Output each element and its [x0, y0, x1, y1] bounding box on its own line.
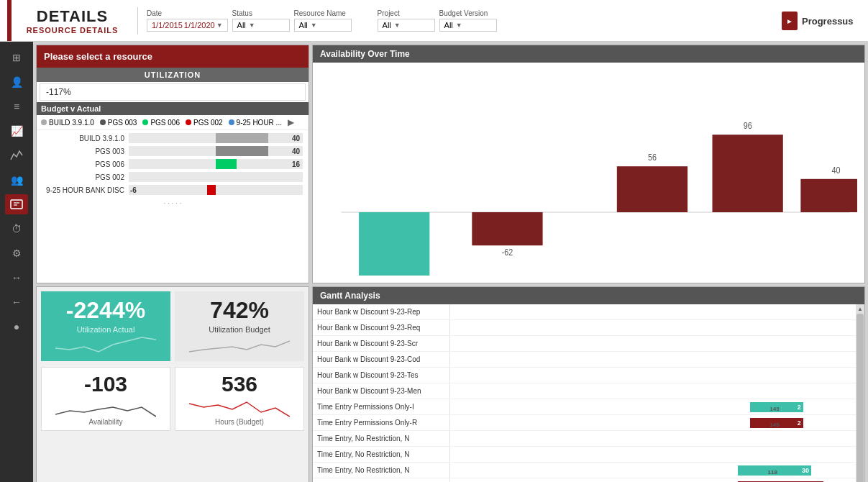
- bar-label-pgs003: PGS 003: [42, 147, 129, 155]
- status-dropdown[interactable]: All ▼: [232, 19, 290, 32]
- bar-row-pgs003: PGS 003 40: [42, 146, 303, 156]
- budget-dropdown[interactable]: All ▼: [439, 19, 497, 32]
- left-panel: Please select a resource UTILIZATION -11…: [36, 45, 309, 283]
- gantt-label-1: Hour Bank w Discount 9-23-Req: [313, 324, 449, 332]
- project-value: All: [383, 21, 391, 29]
- utilization-budget-value: 742%: [210, 297, 269, 324]
- utilization-actual-card: -2244% Utilization Actual: [41, 291, 170, 361]
- sidebar-icon-circle[interactable]: ●: [5, 317, 28, 337]
- availability-metric: -103 Availability: [41, 367, 170, 431]
- bar-row-925: 9-25 HOUR BANK DISC -6: [42, 185, 303, 195]
- legend-pgs002: PGS 002: [186, 119, 223, 127]
- gantt-panel: Gantt Analysis Hour Bank w Discount 9-23…: [312, 286, 865, 482]
- date-to: 1/1/2020: [184, 21, 215, 29]
- sidebar-icon-grid[interactable]: ⊞: [5, 47, 28, 68]
- sidebar-icon-layers[interactable]: ≡: [5, 96, 28, 117]
- date-range-picker[interactable]: 1/1/2015 1/1/2020 ▼: [147, 19, 228, 32]
- sidebar-icon-graph[interactable]: [5, 145, 28, 165]
- gantt-content: Hour Bank w Discount 9-23-Rep Hour Bank …: [313, 304, 864, 482]
- sidebar-icon-back[interactable]: ←: [5, 292, 28, 312]
- sidebar-icon-resource-details[interactable]: [5, 194, 28, 214]
- svg-text:►: ►: [786, 17, 793, 25]
- hours-budget-label: Hours (Budget): [215, 418, 264, 426]
- hours-budget-value: 536: [221, 372, 257, 396]
- utilization-budget-label: Utilization Budget: [209, 325, 270, 334]
- legend-dot-build: [41, 119, 47, 125]
- gantt-scrollbar[interactable]: ▲ ▼: [856, 304, 864, 482]
- legend-row: BUILD 3.9.1.0 PGS 003 PGS 006 PGS 002: [37, 115, 309, 130]
- gantt-label-4: Hour Bank w Discount 9-23-Tes: [313, 371, 449, 379]
- sidebar-icon-arrows[interactable]: ↔: [5, 268, 28, 288]
- project-arrow: ▼: [394, 22, 401, 29]
- hours-budget-sparkline: [189, 396, 290, 418]
- bar-val-925: -6: [130, 186, 137, 194]
- budget-actual-label: Budget v Actual: [37, 102, 309, 115]
- project-dropdown[interactable]: All ▼: [378, 19, 435, 32]
- gantt-label-0: Hour Bank w Discount 9-23-Rep: [313, 308, 449, 316]
- project-label: Project: [378, 9, 400, 17]
- status-value: All: [237, 21, 246, 29]
- bar-row-build: BUILD 3.9.1.0 40: [42, 133, 303, 143]
- hours-budget-metric: 536 Hours (Budget): [175, 367, 304, 431]
- legend-dot-pgs002: [186, 119, 191, 125]
- gantt-track-1: [449, 320, 856, 335]
- sidebar-icon-clock[interactable]: ⏱: [5, 219, 28, 239]
- metrics-bottom: -103 Availability 536 Hours (Budget): [41, 367, 304, 431]
- avail-bar-may: [713, 135, 783, 212]
- top-bar: DETAILS RESOURCE DETAILS Date 1/1/2015 1…: [0, 0, 868, 42]
- gantt-bar-10-label: 118: [736, 469, 809, 476]
- gantt-track-5: [449, 383, 856, 399]
- gantt-row-9: Time Entry, No Restriction, N: [313, 447, 856, 463]
- gantt-track-8: [449, 431, 856, 446]
- utilization-actual-value: -2244%: [66, 297, 145, 324]
- gantt-bar-6-teal: 2 149: [750, 402, 803, 412]
- sidebar-icon-gear[interactable]: ⚙: [5, 243, 28, 263]
- svg-text:-62: -62: [502, 248, 513, 258]
- sidebar-icon-chart[interactable]: 📈: [5, 121, 28, 141]
- page-title: DETAILS: [37, 7, 108, 26]
- bar-val-build: 40: [292, 135, 300, 142]
- gantt-bar-10-teal: 30 118: [738, 465, 811, 476]
- bar-track-pgs003: 40: [129, 146, 303, 156]
- legend-label-pgs002: PGS 002: [193, 119, 223, 127]
- utilization-actual-label: Utilization Actual: [77, 325, 135, 334]
- gantt-row-0: Hour Bank w Discount 9-23-Rep: [313, 304, 856, 320]
- bar-row-pgs002: PGS 002: [42, 172, 303, 182]
- availability-chart-area: -233 January -62 February 56 April: [313, 63, 864, 283]
- gantt-label-2: Hour Bank w Discount 9-23-Scr: [313, 340, 449, 347]
- gantt-bar-7-red: 2 149: [750, 418, 803, 428]
- gantt-label-3: Hour Bank w Discount 9-23-Cod: [313, 355, 449, 363]
- main-layout: ⊞ 👤 ≡ 📈 👥 ⏱ ⚙ ↔ ← ● Please select a reso…: [0, 42, 868, 482]
- dots-more: · · · · ·: [42, 198, 303, 209]
- gantt-title: Gantt Analysis: [313, 287, 864, 304]
- legend-next-arrow[interactable]: ▶: [288, 117, 294, 127]
- legend-pgs003: PGS 003: [100, 119, 137, 127]
- svg-text:Progressus: Progressus: [802, 16, 854, 27]
- sidebar-icon-person[interactable]: 👤: [5, 72, 28, 92]
- gantt-label-7: Time Entry Permissions Only-R: [313, 419, 449, 427]
- sidebar-icon-people[interactable]: 👥: [5, 170, 28, 190]
- svg-text:56: 56: [648, 153, 657, 163]
- utilization-label: UTILIZATION: [37, 68, 309, 82]
- gantt-label-5: Hour Bank w Discount 9-23-Men: [313, 387, 449, 395]
- gantt-track-9: [449, 447, 856, 462]
- bar-label-pgs002: PGS 002: [42, 173, 129, 181]
- bar-fill-pgs006: [216, 159, 237, 169]
- gantt-label-8: Time Entry, No Restriction, N: [313, 435, 449, 442]
- scroll-thumb[interactable]: [856, 314, 864, 482]
- gantt-track-4: [449, 368, 856, 383]
- availability-value: -103: [84, 372, 127, 396]
- budget-arrow: ▼: [456, 22, 462, 29]
- bar-fill-pgs003: [216, 146, 268, 156]
- date-filter: Date 1/1/2015 1/1/2020 ▼: [147, 9, 228, 32]
- scroll-up-arrow[interactable]: ▲: [857, 306, 863, 312]
- gantt-row-8: Time Entry, No Restriction, N: [313, 431, 856, 447]
- availability-title: Availability Over Time: [313, 45, 864, 63]
- gantt-row-5: Hour Bank w Discount 9-23-Men: [313, 383, 856, 399]
- availability-sparkline: [55, 396, 156, 418]
- resource-label: Resource Name: [294, 9, 346, 17]
- gantt-row-6: Time Entry Permissions Only-I 2 149: [313, 399, 856, 415]
- resource-dropdown[interactable]: All ▼: [294, 19, 352, 32]
- top-panels-row: Please select a resource UTILIZATION -11…: [33, 42, 868, 286]
- date-dropdown-arrow: ▼: [216, 22, 223, 29]
